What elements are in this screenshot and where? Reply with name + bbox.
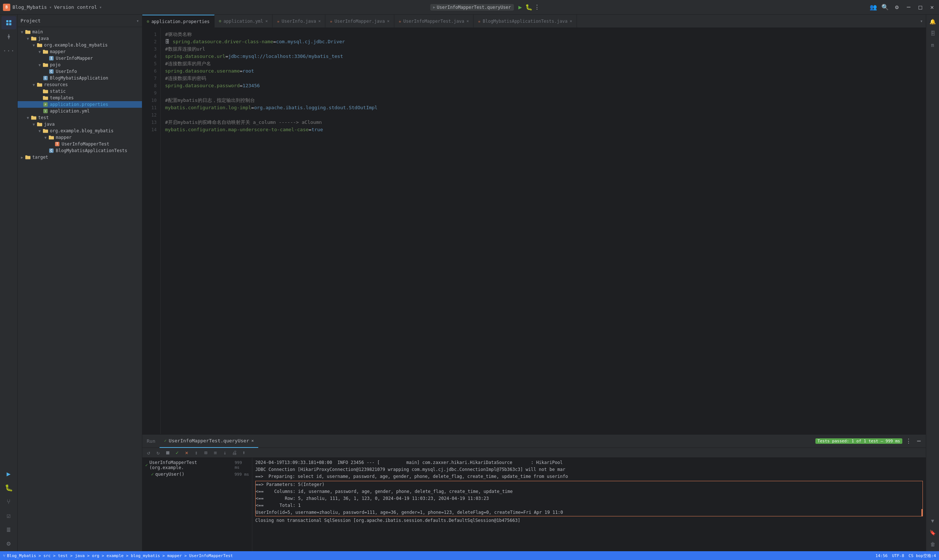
tree-item[interactable]: CBlogMybatisApplication (18, 75, 142, 82)
line-number: 8 (142, 82, 160, 89)
output-line: ==> Parameters: 5(Integer) (256, 481, 922, 488)
run-config[interactable]: ▶ UserInfoMapperTest.queryUser (430, 4, 514, 11)
run-button[interactable]: ▶ (516, 3, 524, 11)
show-failed-button[interactable]: ✕ (183, 449, 191, 457)
line-number: 13 (142, 119, 160, 126)
run-panel-more[interactable]: ⋮ (905, 437, 913, 445)
tab-close-button[interactable]: ✕ (467, 19, 469, 23)
project-name[interactable]: Blog_Mybatis (12, 5, 47, 10)
search-icon[interactable]: 🔍 (881, 3, 889, 11)
rerun-button[interactable]: ↺ (145, 449, 153, 457)
tree-item[interactable]: ▼test (18, 114, 142, 121)
tree-item-label: main (32, 29, 43, 34)
right-icon-database[interactable]: 🗄 (927, 28, 938, 39)
right-icon-maven[interactable]: m (927, 40, 938, 51)
run-tab-run[interactable]: Run (142, 435, 160, 448)
run-header-right: Tests passed: 1 of 1 test – 999 ms ⋮ ─ (816, 437, 926, 445)
tree-item[interactable]: TUserInfoMapperTest (18, 141, 142, 147)
filter-button[interactable]: ≡ (211, 449, 219, 457)
sidebar-icon-run[interactable]: ▶ (2, 467, 16, 480)
svg-text:P: P (45, 103, 46, 106)
output-line: UserInfo(id=5, username=zhaoliu, passwor… (256, 509, 922, 516)
tree-item[interactable]: Yapplication.yml (18, 108, 142, 114)
tree-header-chevron[interactable]: ▾ (136, 18, 139, 23)
run-tree-item[interactable]: ✓UserInfoMapperTest (org.example.999 ms (142, 459, 252, 471)
prop-value: 123456 (242, 83, 260, 88)
tree-item-icon (31, 115, 37, 121)
stop-button[interactable]: ⏹ (163, 449, 172, 457)
settings-icon[interactable]: ⚙ (893, 3, 901, 11)
close-button[interactable]: ✕ (928, 3, 936, 11)
code-content[interactable]: #驱动类名称🗄 spring.datasource.driver-class-n… (161, 28, 926, 434)
debug-button[interactable]: 🐛 (525, 3, 533, 11)
editor-tab-UserInfoMapperTest-java[interactable]: ☕UserInfoMapperTest.java✕ (394, 15, 473, 28)
tab-close-button[interactable]: ✕ (570, 19, 572, 23)
tree-item[interactable]: CUserInfo (18, 68, 142, 75)
editor-tab-UserInfo-java[interactable]: ☕UserInfo.java✕ (273, 15, 325, 28)
minimize-button[interactable]: ─ (905, 3, 913, 11)
line-number: 7 (142, 75, 160, 82)
code-line: mybatis.configuration.log-impl=org.apach… (165, 104, 926, 111)
right-icon-trash[interactable]: 🗑 (927, 539, 938, 550)
tab-close-button[interactable]: ✕ (265, 19, 268, 23)
sidebar-icon-more[interactable]: ··· (2, 44, 16, 57)
right-icon-bookmark[interactable]: 🔖 (927, 527, 938, 538)
tab-close-button[interactable]: ✕ (318, 19, 321, 23)
run-tab-test[interactable]: ✓ UserInfoMapperTest.queryUser ✕ (160, 435, 258, 448)
export-button[interactable]: ⬆ (240, 449, 248, 457)
sidebar-icon-git[interactable]: ⑂ (2, 495, 16, 508)
tree-item[interactable]: templates (18, 95, 142, 101)
show-passed-button[interactable]: ✓ (173, 449, 181, 457)
run-panel-minimize[interactable]: ─ (915, 437, 923, 445)
right-icon-scroll-down[interactable]: ▼ (927, 515, 938, 526)
tree-item[interactable]: ▼java (18, 121, 142, 128)
tree-item[interactable]: CBlogMybatisApplicationTests (18, 147, 142, 154)
editor-tab-application-properties[interactable]: ⚙application.properties (142, 15, 214, 28)
prop-key: spring.datasource.driver-class-name (173, 39, 273, 45)
sidebar-icon-project[interactable] (2, 16, 16, 29)
find-usages-icon[interactable]: 👥 (869, 3, 877, 11)
sidebar-icon-settings-bottom[interactable]: ⚙ (2, 537, 16, 550)
right-icon-notifications[interactable]: 🔔 (927, 16, 938, 27)
svg-text:C: C (50, 149, 52, 152)
restore-button[interactable]: □ (916, 3, 924, 11)
scroll-output-button[interactable]: ↓ (221, 449, 229, 457)
tree-arrow: ▼ (43, 135, 48, 140)
run-tab-close[interactable]: ✕ (251, 438, 254, 443)
line-number: 9 (142, 89, 160, 97)
tab-close-button[interactable]: ✕ (387, 19, 390, 23)
tree-item[interactable]: ▼resources (18, 82, 142, 88)
tree-item[interactable]: ▼main (18, 29, 142, 35)
tree-item[interactable]: ▼pojo (18, 62, 142, 68)
tree-item[interactable]: ▼mapper (18, 134, 142, 141)
tree-item[interactable]: ▼java (18, 35, 142, 42)
run-tree-item[interactable]: ✓queryUser()999 ms (142, 471, 252, 477)
tree-content: ▼main▼java▼org.example.blog_mybatis▼mapp… (18, 27, 142, 551)
expand-all-button[interactable]: ⊞ (202, 449, 210, 457)
editor-tab-application-yml[interactable]: ⚙application.yml✕ (214, 15, 273, 28)
print-button[interactable]: 🖨 (230, 449, 238, 457)
tree-item[interactable]: ▶target (18, 154, 142, 160)
sidebar-icon-todo[interactable]: ☑ (2, 509, 16, 522)
tree-item[interactable]: static (18, 88, 142, 95)
prop-value: jdbc:mysql://localhost:3306/mybatis_test (228, 54, 343, 59)
tree-item[interactable]: Papplication.properties (18, 101, 142, 108)
rerun-failed-button[interactable]: ↻ (154, 449, 162, 457)
sidebar-icon-commit[interactable] (2, 30, 16, 43)
sidebar-icon-debug[interactable]: 🐛 (2, 481, 16, 494)
line-number: 6 (142, 68, 160, 75)
editor-tab-BlogMybatisApplicationTests-java[interactable]: ☕BlogMybatisApplicationTests.java✕ (473, 15, 577, 28)
tab-more-button[interactable]: ▾ (917, 18, 926, 24)
tree-item[interactable]: IUserInfoMapper (18, 55, 142, 62)
prop-key: mybatis.configuration.log-impl (165, 105, 251, 110)
tree-item[interactable]: ▼org.example.blog_mybatis (18, 128, 142, 134)
tree-item[interactable]: ▼org.example.blog_mybatis (18, 42, 142, 48)
version-control-button[interactable]: Version control (54, 5, 97, 10)
tree-item-label: org.example.blog_mybatis (44, 43, 108, 48)
editor-tab-UserInfoMapper-java[interactable]: ☕UserInfoMapper.java✕ (325, 15, 394, 28)
tree-item[interactable]: ▼mapper (18, 48, 142, 55)
more-run-button[interactable]: ⋮ (533, 3, 541, 11)
sort-button[interactable]: ↕ (192, 449, 200, 457)
top-bar-right: 👥 🔍 ⚙ ─ □ ✕ (869, 3, 936, 11)
sidebar-icon-structure[interactable]: ≣ (2, 523, 16, 536)
